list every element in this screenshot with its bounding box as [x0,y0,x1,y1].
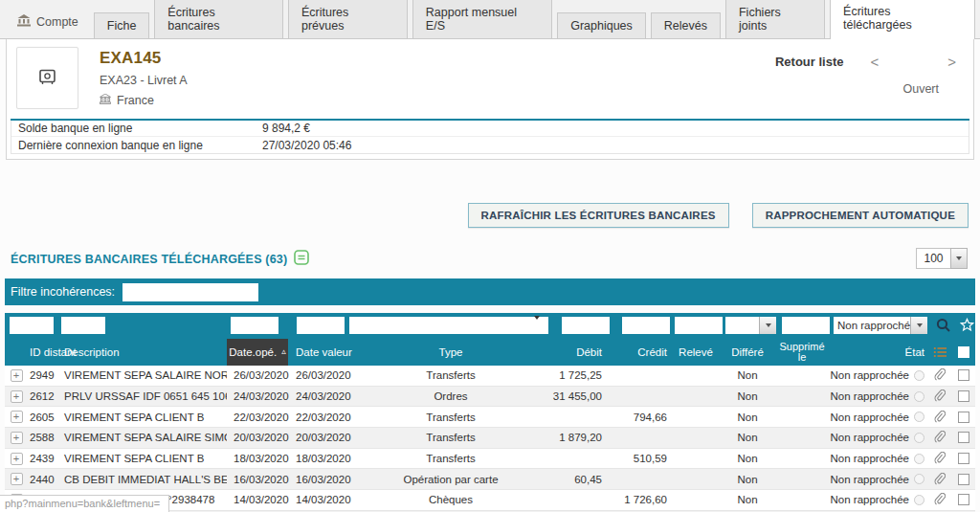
reconcile-radio[interactable] [914,391,924,402]
cell-differe: Non [721,432,774,443]
column-header-description[interactable]: Description [62,346,227,358]
cell-type: Chèques [349,494,552,505]
column-header-credit[interactable]: Crédit [606,346,671,358]
reconcile-radio[interactable] [914,495,924,505]
filter-id-input[interactable] [10,317,54,334]
refresh-bank-entries-button[interactable]: RAFRAÎCHIR LES ÉCRITURES BANCAIRES [468,203,729,228]
filter-date-ope-input[interactable] [231,317,278,334]
table-row[interactable]: + 2440 CB DEBIT IMMEDIAT HALL'S BEER 16/… [5,469,975,490]
reconcile-radio[interactable] [914,474,924,484]
previous-record-arrow[interactable]: < [870,56,879,68]
incoherence-filter-input[interactable] [122,283,258,301]
row-checkbox[interactable] [952,390,975,402]
column-header-date-ope-sorted[interactable]: Date.opé. ▵ [227,339,288,366]
table-row[interactable]: + 2949 VIREMENT SEPA SALAIRE NORINE 26/0… [5,366,975,387]
filter-description-input[interactable] [61,317,105,334]
incoherence-filter-bar: Filtre incohérences: [5,278,975,305]
etat-label: Non rapprochée [831,474,909,485]
paperclip-icon[interactable] [927,368,952,382]
expand-row-icon[interactable]: + [5,369,28,382]
filter-etat-select[interactable]: Non rapprochée [834,317,927,334]
paperclip-icon[interactable] [927,411,952,424]
cell-etat: Non rapprochée [830,369,927,381]
table-row[interactable]: + 2439 VIREMENT SEPA CLIENT B 18/03/2020… [5,449,975,470]
search-icon[interactable] [936,318,951,336]
column-header-etat[interactable]: État [830,346,927,358]
filter-differe-select[interactable] [725,317,776,334]
paperclip-icon[interactable] [927,452,952,465]
filter-debit-input[interactable] [562,317,610,334]
cell-type: Transferts [349,412,552,423]
page-size-select[interactable]: 100 [916,248,968,269]
list-title-text: ÉCRITURES BANCAIRES TÉLÉCHARGÉES (63) [11,253,287,266]
cell-differe: Non [721,412,774,423]
status-bar-link-preview: php?mainmenu=bank&leftmenu= [0,495,169,512]
etat-label: Non rapprochée [831,412,909,423]
cell-date-ope: 20/03/2020 [227,432,288,443]
back-to-list-link[interactable]: Retour liste [775,55,844,69]
fields-list-icon[interactable] [927,346,952,358]
row-checkbox[interactable] [952,369,975,381]
tab[interactable]: Fiche [94,12,150,38]
cell-date-valeur: 16/03/2020 [288,474,349,485]
column-header-differe[interactable]: Différé [721,346,774,358]
column-header-releve[interactable]: Relevé [671,346,721,358]
paperclip-icon[interactable] [927,493,952,506]
cell-type: Transferts [349,432,552,443]
tab[interactable]: Écritures téléchargées [830,0,975,39]
column-header-supprime-le[interactable]: Supprimé le [774,342,830,363]
tab[interactable]: Rapport mensuel E/S [412,0,552,38]
next-record-arrow[interactable]: > [947,56,956,68]
tab[interactable]: Fichiers joints [725,0,825,38]
expand-row-icon[interactable]: + [5,432,28,444]
chevron-down-icon [534,320,540,331]
table-row[interactable]: + 2612 PRLV URSSAF IDF 0651 645 1065 24/… [5,387,975,408]
filter-type-select[interactable] [349,317,548,334]
export-csv-icon[interactable] [294,250,309,268]
filter-date-valeur-input[interactable] [297,317,345,334]
filter-supprime-input[interactable] [782,317,830,334]
expand-row-icon[interactable]: + [5,411,28,423]
select-all-checkbox[interactable] [952,346,975,358]
row-checkbox[interactable] [952,412,975,423]
expand-row-icon[interactable]: + [5,453,28,465]
row-checkbox[interactable] [952,453,975,464]
reconcile-radio[interactable] [914,454,924,464]
info-label: Solde banque en ligne [11,122,262,135]
tab[interactable]: Écritures bancaires [154,0,283,38]
cell-description: VIREMENT SEPA CLIENT B [62,453,227,464]
country-name: France [117,94,154,107]
column-header-debit[interactable]: Débit [552,346,606,358]
reconcile-radio[interactable] [914,412,924,422]
paperclip-icon[interactable] [927,473,952,486]
expand-row-icon[interactable]: + [5,473,28,485]
column-header-date-valeur[interactable]: Date valeur [288,346,349,358]
automatic-reconciliation-button[interactable]: RAPPROCHEMENT AUTOMATIQUE [752,203,969,228]
row-checkbox[interactable] [952,494,975,505]
cell-date-ope: 14/03/2020 [227,494,288,505]
column-header-type[interactable]: Type [349,346,552,358]
cell-id: 2612 [28,390,62,402]
filter-releve-input[interactable] [675,317,723,334]
filter-credit-input[interactable] [622,317,670,334]
row-checkbox[interactable] [952,432,975,443]
table-row[interactable]: + 2605 VIREMENT SEPA CLIENT B 22/03/2020… [5,407,975,428]
column-header-id[interactable]: ID distant [28,346,62,358]
paperclip-icon[interactable] [927,390,952,403]
tab[interactable]: Écritures prévues [288,0,408,38]
page-size-value: 100 [916,248,950,269]
table-row[interactable]: + 2588 VIREMENT SEPA SALAIRE SIMON 20/03… [5,428,975,449]
cell-date-valeur: 26/03/2020 [288,369,349,381]
expand-row-icon[interactable]: + [5,390,28,403]
row-checkbox[interactable] [952,474,975,485]
app-window: Compte Fiche Écritures bancaires Écritur… [0,0,980,512]
reconcile-radio[interactable] [914,433,924,443]
tab[interactable]: Graphiques [557,12,646,38]
reconcile-radio[interactable] [914,370,924,381]
info-value: 9 894,2 € [262,122,310,135]
tab[interactable]: Relevés [651,12,721,38]
paperclip-icon[interactable] [927,431,952,444]
cell-description: VIREMENT SEPA SALAIRE SIMON [62,432,227,443]
star-icon[interactable] [960,318,974,335]
safe-icon [39,69,56,88]
